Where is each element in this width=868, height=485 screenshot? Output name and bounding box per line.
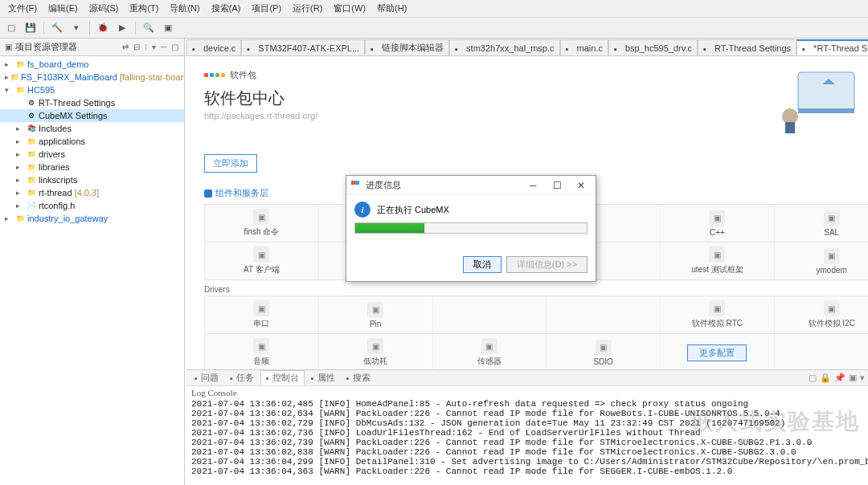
- dialog-message: 正在执行 CubeMX: [377, 204, 449, 216]
- details-button[interactable]: 详细信息(D) >>: [506, 256, 588, 273]
- close-window-icon[interactable]: ✕: [571, 180, 591, 191]
- minimize-window-icon[interactable]: ─: [523, 180, 542, 191]
- progress-dialog: 进度信息 ─ ☐ ✕ i 正在执行 CubeMX 取消 详细信息(D) >>: [346, 175, 596, 282]
- maximize-window-icon[interactable]: ☐: [547, 180, 567, 191]
- rt-logo-icon: [351, 181, 361, 190]
- progress-bar: [354, 222, 588, 234]
- dialog-title-text: 进度信息: [366, 179, 518, 191]
- progress-fill: [355, 223, 424, 233]
- info-icon: i: [354, 202, 371, 218]
- cancel-button[interactable]: 取消: [463, 256, 502, 273]
- modal-overlay: 进度信息 ─ ☐ ✕ i 正在执行 CubeMX 取消 详细信息(D) >>: [0, 0, 868, 485]
- dialog-titlebar[interactable]: 进度信息 ─ ☐ ✕: [346, 176, 596, 195]
